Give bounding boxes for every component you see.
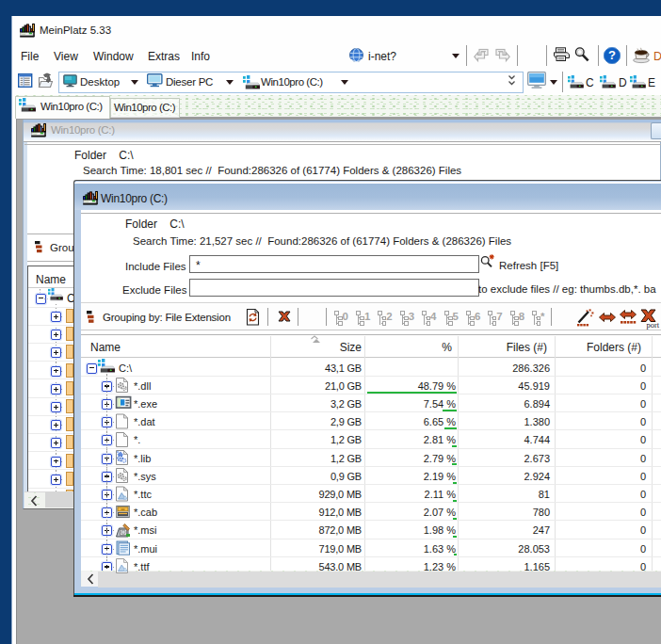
svg-text:?: ? xyxy=(608,48,616,62)
svg-text:port: port xyxy=(647,320,660,330)
